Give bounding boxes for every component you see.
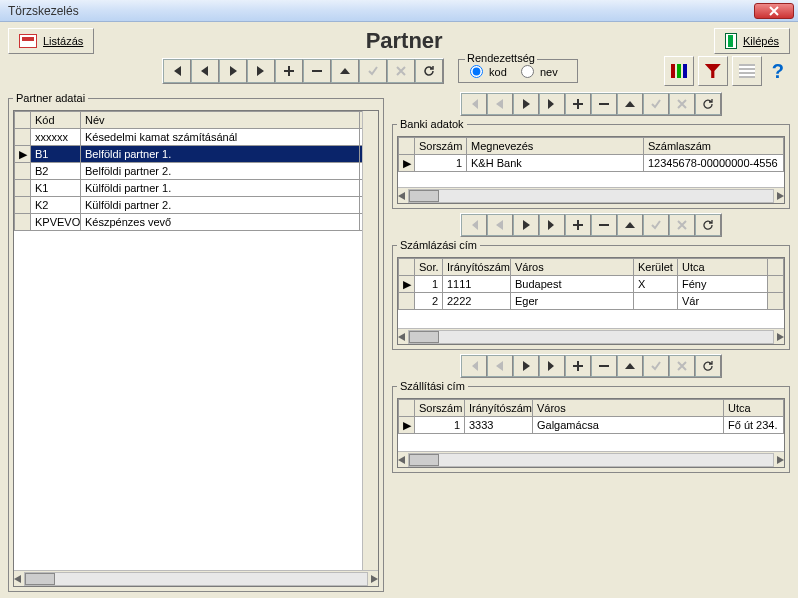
bnav-last[interactable]: [539, 93, 565, 115]
col-sor[interactable]: Sor.: [415, 259, 443, 276]
filter-button[interactable]: [698, 56, 728, 86]
znav-first[interactable]: [461, 355, 487, 377]
col-nev[interactable]: Név: [81, 112, 360, 129]
table-row[interactable]: B2Belföldi partner 2.: [15, 163, 378, 180]
cell: Készpénzes vevő: [81, 214, 360, 231]
bnav-remove[interactable]: [591, 93, 617, 115]
hscroll[interactable]: [398, 451, 784, 467]
colorbar-button[interactable]: [664, 56, 694, 86]
bnav-cancel[interactable]: [669, 93, 695, 115]
cell: Fő út 234.: [724, 417, 784, 434]
snav-refresh[interactable]: [695, 214, 721, 236]
bnav-up[interactable]: [617, 93, 643, 115]
nav-next[interactable]: [219, 59, 247, 83]
bank-navigator: [460, 92, 722, 116]
col-meg[interactable]: Megnevezés: [467, 138, 644, 155]
grid-button[interactable]: [732, 56, 762, 86]
znav-add[interactable]: [565, 355, 591, 377]
nav-last[interactable]: [247, 59, 275, 83]
col-ir[interactable]: Irányítószám: [465, 400, 533, 417]
table-row[interactable]: K2Külföldi partner 2.: [15, 197, 378, 214]
hscroll[interactable]: [398, 187, 784, 203]
bnav-check[interactable]: [643, 93, 669, 115]
cell: 1: [415, 276, 443, 293]
snav-check[interactable]: [643, 214, 669, 236]
exit-button[interactable]: Kilépés: [714, 28, 790, 54]
partner-grid[interactable]: Kód Név N xxxxxxKésedelmi kamat számítás…: [13, 110, 379, 587]
nav-check[interactable]: [359, 59, 387, 83]
page-title: Partner: [366, 28, 443, 54]
col-ir[interactable]: Irányítószám: [443, 259, 511, 276]
cell: xxxxxx: [31, 129, 81, 146]
znav-remove[interactable]: [591, 355, 617, 377]
ordering-nev[interactable]: nev: [516, 66, 558, 78]
vscroll[interactable]: [362, 111, 378, 570]
nav-up[interactable]: [331, 59, 359, 83]
col-sor[interactable]: Sorszám: [415, 138, 467, 155]
partner-legend: Partner adatai: [13, 92, 88, 104]
table-row[interactable]: ▶B1Belföldi partner 1.: [15, 146, 378, 163]
snav-last[interactable]: [539, 214, 565, 236]
table-row[interactable]: ▶11111BudapestXFény: [399, 276, 784, 293]
cell: Külföldi partner 1.: [81, 180, 360, 197]
colorbar-icon: [671, 64, 687, 78]
list-button[interactable]: Listázás: [8, 28, 94, 54]
nav-remove[interactable]: [303, 59, 331, 83]
table-row[interactable]: KPVEVOKészpénzes vevő: [15, 214, 378, 231]
help-button[interactable]: ?: [766, 60, 790, 83]
bnav-refresh[interactable]: [695, 93, 721, 115]
col-ker[interactable]: Kerület: [634, 259, 678, 276]
snav-up[interactable]: [617, 214, 643, 236]
table-row[interactable]: ▶13333GalgamácsaFő út 234.: [399, 417, 784, 434]
nav-add[interactable]: [275, 59, 303, 83]
hscroll[interactable]: [14, 570, 378, 586]
cell: K&H Bank: [467, 155, 644, 172]
table-row[interactable]: xxxxxxKésedelmi kamat számításánálm: [15, 129, 378, 146]
znav-up[interactable]: [617, 355, 643, 377]
table-row[interactable]: 22222EgerVár: [399, 293, 784, 310]
cell: Belföldi partner 2.: [81, 163, 360, 180]
snav-cancel[interactable]: [669, 214, 695, 236]
znav-prev[interactable]: [487, 355, 513, 377]
col-utca[interactable]: Utca: [724, 400, 784, 417]
znav-check[interactable]: [643, 355, 669, 377]
znav-next[interactable]: [513, 355, 539, 377]
bnav-add[interactable]: [565, 93, 591, 115]
grid-icon: [739, 64, 755, 78]
cell: [634, 293, 678, 310]
titlebar: Törzskezelés: [0, 0, 798, 22]
bnav-first[interactable]: [461, 93, 487, 115]
ordering-legend: Rendezettség: [465, 52, 537, 64]
bnav-next[interactable]: [513, 93, 539, 115]
col-szam[interactable]: Számlaszám: [644, 138, 784, 155]
table-row[interactable]: ▶1K&H Bank12345678-00000000-4556: [399, 155, 784, 172]
snav-prev[interactable]: [487, 214, 513, 236]
snav-first[interactable]: [461, 214, 487, 236]
col-varos[interactable]: Város: [533, 400, 724, 417]
close-button[interactable]: [754, 3, 794, 19]
znav-cancel[interactable]: [669, 355, 695, 377]
bnav-prev[interactable]: [487, 93, 513, 115]
ordering-kod[interactable]: kod: [465, 66, 507, 78]
szamla-navigator: [460, 213, 722, 237]
nav-refresh[interactable]: [415, 59, 443, 83]
cell: Fény: [678, 276, 768, 293]
nav-cancel[interactable]: [387, 59, 415, 83]
znav-refresh[interactable]: [695, 355, 721, 377]
table-row[interactable]: K1Külföldi partner 1.: [15, 180, 378, 197]
nav-first[interactable]: [163, 59, 191, 83]
snav-remove[interactable]: [591, 214, 617, 236]
znav-last[interactable]: [539, 355, 565, 377]
exit-button-label: Kilépés: [743, 35, 779, 47]
col-varos[interactable]: Város: [511, 259, 634, 276]
col-sor[interactable]: Sorszám: [415, 400, 465, 417]
cell: 2: [415, 293, 443, 310]
hscroll[interactable]: [398, 328, 784, 344]
cell: B1: [31, 146, 81, 163]
snav-add[interactable]: [565, 214, 591, 236]
col-utca[interactable]: Utca: [678, 259, 768, 276]
snav-next[interactable]: [513, 214, 539, 236]
col-kod[interactable]: Kód: [31, 112, 81, 129]
cell: 1: [415, 155, 467, 172]
nav-prev[interactable]: [191, 59, 219, 83]
